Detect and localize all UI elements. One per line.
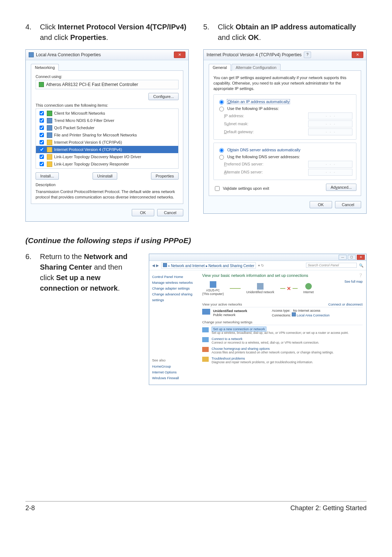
public-network-label: Public network [213, 313, 247, 317]
step-number: 4. [25, 22, 33, 43]
radio-input[interactable] [219, 148, 224, 153]
task-setup-new-connection[interactable]: Set up a new connection or network Set u… [202, 327, 363, 335]
dialog-title: Local Area Connection Properties [36, 52, 101, 57]
minimize-button[interactable]: — [339, 255, 347, 260]
breadcrumb-icon [163, 263, 167, 267]
local-area-connection-link[interactable]: Local Area Connection [297, 314, 330, 317]
help-button[interactable]: ? [304, 52, 311, 58]
advanced-button[interactable]: Advanced... [326, 184, 356, 191]
main-heading: View your basic network information and … [202, 273, 308, 278]
radio-obtain-dns-auto[interactable]: Obtain DNS server address automatically [217, 147, 352, 153]
validate-checkbox-row[interactable]: Validate settings upon exit [213, 185, 269, 192]
gateway-field: . . . [308, 128, 352, 135]
adapter-name: Atheros AR8132 PCI-E Fast Ethernet Contr… [46, 82, 138, 87]
list-item[interactable]: QoS Packet Scheduler [36, 124, 178, 131]
sidebar-homegroup[interactable]: HomeGroup [152, 364, 196, 369]
validate-checkbox[interactable] [215, 186, 220, 191]
tab-general[interactable]: General [209, 64, 231, 71]
properties-button[interactable]: Properties [151, 172, 179, 180]
network-status-icon [202, 309, 210, 315]
cancel-button[interactable]: Cancel [157, 209, 183, 216]
gateway-label: Default gateway: [217, 130, 306, 134]
sidebar-internet-options[interactable]: Internet Options [152, 369, 196, 375]
close-button[interactable]: ✕ [174, 52, 185, 58]
list-item[interactable]: Link-Layer Topology Discovery Mapper I/O… [36, 153, 178, 160]
network-sharing-center-window: — ▢ ✕ ◀ ▶ « Network and Internet ▸ Netwo… [149, 254, 367, 385]
see-full-map-link[interactable]: See full map [344, 280, 363, 299]
list-item-selected[interactable]: Internet Protocol Version 4 (TCP/IPv4) [36, 146, 178, 153]
list-item[interactable]: Internet Protocol Version 6 (TCP/IPv6) [36, 139, 178, 146]
lltd-responder-icon [47, 161, 52, 167]
radio-input[interactable] [219, 155, 224, 160]
radio-obtain-ip-auto[interactable]: Obtain an IP address automatically [217, 99, 352, 105]
fileshare-icon [47, 132, 52, 138]
radio-use-following-ip[interactable]: Use the following IP address: [217, 106, 352, 111]
item-checkbox[interactable] [40, 155, 44, 159]
close-button[interactable]: ✕ [352, 52, 363, 58]
unidentified-network-label: Unidentified network [213, 309, 247, 313]
step-5: 5. Click Obtain an IP address automatica… [203, 22, 367, 43]
intro-text: You can get IP settings assigned automat… [213, 75, 356, 91]
adapter-icon [39, 82, 44, 87]
maximize-button[interactable]: ▢ [348, 255, 356, 260]
tab-alternate-config[interactable]: Alternate Configuration [232, 64, 281, 71]
troubleshoot-icon [202, 357, 209, 362]
radio-input[interactable] [219, 107, 224, 111]
sidebar-home[interactable]: Control Panel Home [152, 274, 196, 280]
close-button[interactable]: ✕ [357, 255, 365, 260]
pref-dns-field: . . . [308, 161, 352, 168]
adapter-field: Atheros AR8132 PCI-E Fast Ethernet Contr… [36, 80, 179, 89]
task-homegroup-sharing[interactable]: Choose homegroup and sharing options Acc… [202, 347, 363, 355]
subnet-mask-field: . . . [308, 120, 352, 127]
network-icon [29, 52, 34, 57]
tab-networking[interactable]: Networking [31, 64, 59, 71]
item-checkbox[interactable] [40, 162, 44, 166]
item-checkbox[interactable] [40, 140, 44, 144]
alt-dns-field: . . . [308, 169, 352, 176]
list-item[interactable]: Trend Micro NDIS 6.0 Filter Driver [36, 117, 178, 124]
list-item[interactable]: Client for Microsoft Networks [36, 110, 178, 117]
list-item[interactable]: File and Printer Sharing for Microsoft N… [36, 131, 178, 139]
radio-input[interactable] [219, 100, 224, 105]
task-connect-to-network[interactable]: Connect to a network Connect or reconnec… [202, 337, 363, 345]
help-icon[interactable]: ❔ [358, 273, 363, 280]
sidebar: Control Panel Home Manage wireless netwo… [149, 270, 199, 385]
connection-items-list[interactable]: Client for Microsoft Networks Trend Micr… [36, 108, 179, 169]
network-diagram: ASUS-PC(This computer) Unidentified netw… [202, 281, 314, 296]
item-checkbox[interactable] [40, 147, 44, 152]
setup-icon [202, 327, 209, 332]
ipv4-icon [47, 147, 52, 152]
sidebar-change-advanced-sharing[interactable]: Change advanced sharing settings [152, 291, 196, 303]
step-text: Return to the Network and Sharing Center… [40, 251, 134, 294]
connect-disconnect-link[interactable]: Connect or disconnect [328, 302, 363, 306]
install-button[interactable]: Install... [36, 172, 59, 180]
ip-address-field: . . . [308, 112, 352, 119]
search-input[interactable]: Search Control Panel [306, 263, 357, 268]
radio-use-following-dns[interactable]: Use the following DNS server addresses: [217, 154, 352, 160]
sidebar-windows-firewall[interactable]: Windows Firewall [152, 375, 196, 381]
configure-button[interactable]: Configure... [148, 93, 179, 100]
ok-button[interactable]: OK [132, 209, 154, 216]
search-icon: 🔍 [359, 263, 363, 267]
ok-button[interactable]: OK [310, 201, 332, 208]
lan-icon [292, 312, 296, 316]
item-checkbox[interactable] [40, 118, 44, 123]
description-label: Description [36, 183, 179, 187]
list-item[interactable]: Link-Layer Topology Discovery Responder [36, 160, 178, 168]
task-troubleshoot[interactable]: Troubleshoot problems Diagnose and repai… [202, 357, 363, 364]
connect-using-label: Connect using: [36, 74, 179, 79]
pref-dns-label: Preferred DNS server: [217, 162, 306, 166]
qos-icon [47, 125, 52, 131]
pc-icon [210, 281, 216, 288]
uninstall-button[interactable]: Uninstall [93, 172, 117, 180]
item-checkbox[interactable] [40, 126, 44, 130]
ipv4-properties-dialog: Internet Protocol Version 4 (TCP/IPv4) P… [203, 49, 367, 214]
sidebar-change-adapter[interactable]: Change adapter settings [152, 286, 196, 291]
view-active-label: View your active networks [202, 302, 242, 306]
page-footer: 2-8 Chapter 2: Getting Started [25, 501, 367, 512]
sidebar-manage-wireless[interactable]: Manage wireless networks [152, 280, 196, 286]
item-checkbox[interactable] [40, 133, 44, 137]
item-checkbox[interactable] [40, 111, 44, 115]
dialog-title: Internet Protocol Version 4 (TCP/IPv4) P… [207, 52, 302, 57]
cancel-button[interactable]: Cancel [335, 201, 361, 208]
